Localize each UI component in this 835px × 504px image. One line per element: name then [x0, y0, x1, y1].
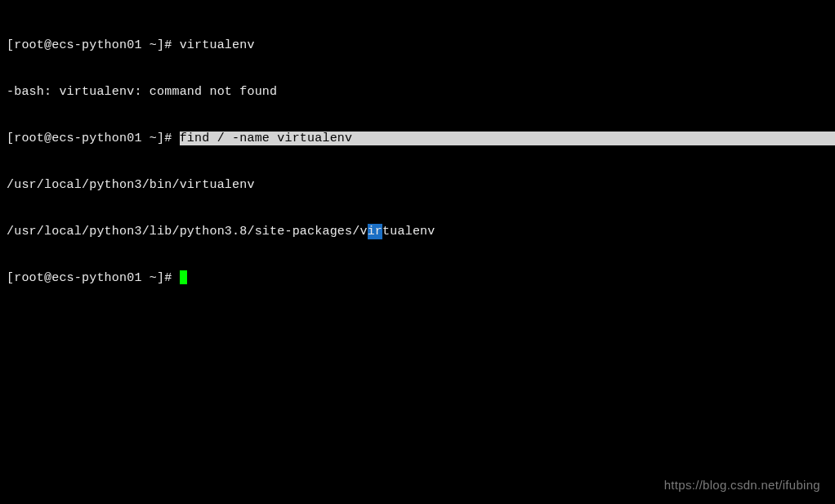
output-text-after: tualenv	[382, 225, 435, 239]
shell-prompt: [root@ecs-python01 ~]#	[7, 38, 180, 52]
terminal-line-4: /usr/local/python3/bin/virtualenv	[7, 177, 828, 193]
shell-command: virtualenv	[180, 38, 255, 52]
watermark-overlay-badge: ir	[368, 224, 382, 239]
output-text-before: /usr/local/python3/lib/python3.8/site-pa…	[7, 225, 368, 239]
terminal-line-1: [root@ecs-python01 ~]# virtualenv	[7, 38, 828, 53]
watermark-text: https://blog.csdn.net/ifubing	[664, 477, 820, 493]
terminal-line-5: /usr/local/python3/lib/python3.8/site-pa…	[7, 224, 828, 239]
shell-prompt: [root@ecs-python01 ~]#	[7, 271, 180, 285]
terminal-line-2: -bash: virtualenv: command not found	[7, 84, 828, 100]
terminal-cursor	[180, 270, 187, 284]
terminal-line-3: [root@ecs-python01 ~]# find / -name virt…	[7, 131, 828, 146]
highlighted-padding	[352, 132, 835, 145]
terminal-line-6: [root@ecs-python01 ~]#	[7, 270, 828, 286]
highlighted-command: find / -name virtualenv	[180, 132, 353, 145]
shell-prompt: [root@ecs-python01 ~]#	[7, 132, 180, 145]
terminal-output[interactable]: [root@ecs-python01 ~]# virtualenv -bash:…	[7, 7, 828, 301]
